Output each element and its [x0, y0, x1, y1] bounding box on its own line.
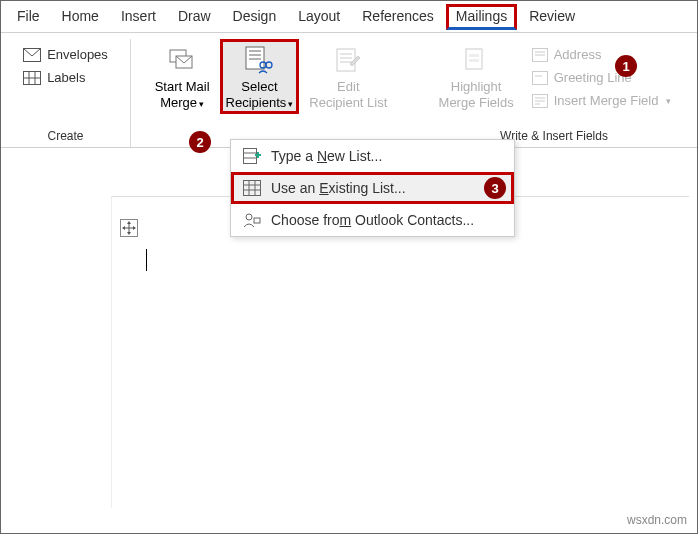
labels-label: Labels	[47, 70, 85, 85]
envelopes-label: Envelopes	[47, 47, 108, 62]
badge-1: 1	[615, 55, 637, 77]
chevron-down-icon: ▾	[199, 99, 204, 109]
svg-rect-34	[244, 181, 261, 196]
group-write-insert: Highlight Merge Fields Address Greeting …	[411, 39, 697, 147]
svg-rect-7	[246, 47, 264, 69]
erl-l1: Edit	[337, 79, 359, 95]
table-move-handle[interactable]	[120, 219, 138, 237]
type-new-list-item[interactable]: Type a New List...	[231, 140, 514, 172]
insert-merge-field-icon	[532, 94, 548, 108]
chevron-down-icon: ▾	[288, 99, 293, 109]
insert-merge-field-label: Insert Merge Field	[554, 93, 659, 108]
svg-rect-23	[532, 71, 547, 84]
svg-rect-13	[337, 49, 355, 71]
menu-tabs: File Home Insert Draw Design Layout Refe…	[1, 1, 697, 33]
address-block-icon	[532, 48, 548, 62]
group-create-label: Create	[47, 129, 83, 145]
select-recipients-dropdown: Type a New List... Use an Existing List.…	[230, 139, 515, 237]
start-mail-merge-button[interactable]: Start Mail Merge▾	[149, 39, 216, 114]
tab-home[interactable]: Home	[52, 4, 109, 30]
envelopes-button[interactable]: Envelopes	[19, 45, 112, 64]
address-block-button: Address	[528, 45, 676, 64]
choose-outlook-label: Choose from Outlook Contacts...	[271, 212, 474, 228]
tab-mailings[interactable]: Mailings	[446, 4, 517, 30]
edit-recipient-list-button: Edit Recipient List	[303, 39, 393, 114]
ribbon: Envelopes Labels Create Start Mail Merge…	[1, 33, 697, 148]
svg-point-39	[246, 214, 252, 220]
select-recipients-icon	[244, 45, 274, 75]
start-mail-merge-icon	[168, 46, 196, 74]
badge-2: 2	[189, 131, 211, 153]
badge-3: 3	[484, 177, 506, 199]
tab-draw[interactable]: Draw	[168, 4, 221, 30]
edit-list-icon	[334, 46, 362, 74]
highlight-merge-fields-button: Highlight Merge Fields	[433, 39, 520, 114]
greeting-line-icon	[532, 71, 548, 85]
tab-file[interactable]: File	[7, 4, 50, 30]
chevron-down-icon: ▾	[666, 96, 671, 106]
sr-l1: Select	[241, 79, 277, 95]
erl-l2: Recipient List	[309, 95, 387, 111]
smm-l2: Merge▾	[160, 95, 204, 111]
hmf-l2: Merge Fields	[439, 95, 514, 111]
hmf-l1: Highlight	[451, 79, 502, 95]
type-new-icon	[243, 148, 261, 164]
sr-l2: Recipients▾	[226, 95, 294, 111]
use-existing-list-item[interactable]: Use an Existing List... 3	[231, 172, 514, 204]
outlook-contacts-icon	[243, 212, 261, 228]
type-new-label: Type a New List...	[271, 148, 382, 164]
tab-references[interactable]: References	[352, 4, 444, 30]
tab-review[interactable]: Review	[519, 4, 585, 30]
tab-insert[interactable]: Insert	[111, 4, 166, 30]
svg-rect-40	[254, 218, 260, 223]
tab-layout[interactable]: Layout	[288, 4, 350, 30]
smm-l1: Start Mail	[155, 79, 210, 95]
choose-outlook-item[interactable]: Choose from Outlook Contacts...	[231, 204, 514, 236]
use-existing-icon	[243, 180, 261, 196]
svg-rect-19	[469, 59, 479, 62]
svg-rect-29	[244, 149, 257, 164]
select-recipients-button[interactable]: Select Recipients▾	[220, 39, 300, 114]
svg-point-12	[266, 62, 272, 68]
address-block-label: Address	[554, 47, 602, 62]
greeting-line-button: Greeting Line	[528, 68, 676, 87]
text-cursor	[146, 249, 147, 271]
svg-rect-18	[469, 54, 479, 57]
labels-button[interactable]: Labels	[19, 68, 112, 87]
document-canvas[interactable]	[111, 196, 689, 508]
use-existing-label: Use an Existing List...	[271, 180, 406, 196]
tab-design[interactable]: Design	[223, 4, 287, 30]
envelope-icon	[23, 48, 41, 62]
group-create: Envelopes Labels Create	[1, 39, 131, 147]
labels-icon	[23, 71, 41, 85]
insert-merge-field-button: Insert Merge Field▾	[528, 91, 676, 110]
highlight-icon	[463, 46, 489, 74]
move-arrows-icon	[122, 221, 136, 235]
group-write-label: Write & Insert Fields	[500, 129, 608, 145]
watermark: wsxdn.com	[627, 513, 687, 527]
group-start-mail-merge: Start Mail Merge▾ Select Recipients▾ Edi…	[131, 39, 411, 147]
